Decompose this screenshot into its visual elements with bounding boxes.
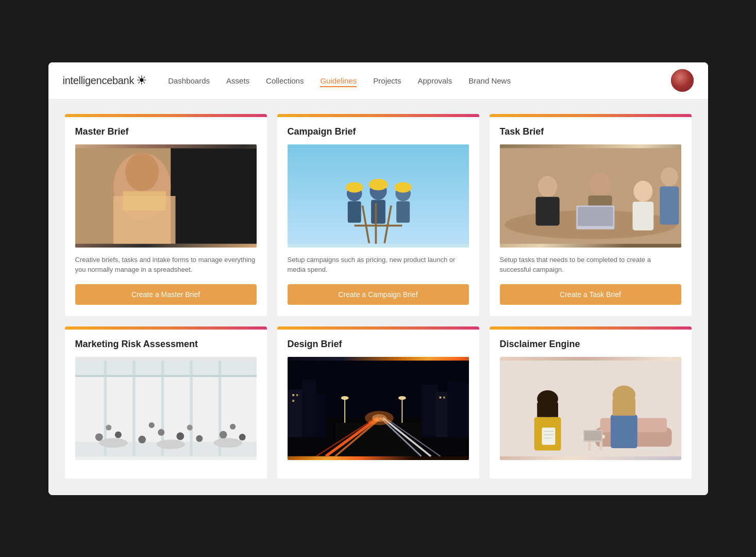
svg-point-51 [219,431,227,438]
svg-rect-67 [447,382,469,437]
nav-links: Dashboards Assets Collections Guidelines… [168,74,670,87]
card-content: Campaign Brief [277,117,479,316]
svg-point-15 [368,178,388,190]
nav-link-collections[interactable]: Collections [266,74,304,87]
svg-point-17 [394,182,411,192]
svg-point-53 [106,424,111,430]
svg-point-52 [239,434,245,440]
card-task-brief: Task Brief [490,114,692,316]
card-content: Master Brief [65,117,267,316]
card-content: Task Brief [490,117,692,316]
card-title-master-brief: Master Brief [75,126,257,137]
nav-link-assets[interactable]: Assets [226,74,249,87]
card-image-campaign-brief [288,144,469,248]
svg-point-47 [138,435,146,443]
card-title-campaign-brief: Campaign Brief [288,126,469,137]
nav-link-guidelines[interactable]: Guidelines [320,74,357,87]
svg-rect-14 [396,201,410,223]
svg-rect-34 [660,186,679,224]
svg-rect-68 [292,394,294,396]
svg-rect-71 [439,396,441,398]
svg-point-56 [230,423,236,429]
svg-rect-102 [612,399,635,415]
create-master-brief-button[interactable]: Create a Master Brief [75,284,257,305]
card-image-disclaimer-engine [500,357,681,460]
card-design-brief: Design Brief [277,326,479,479]
card-content: Marketing Risk Assessment [65,330,267,479]
svg-rect-5 [123,191,165,210]
create-task-brief-button[interactable]: Create a Task Brief [500,284,681,305]
card-description-task-brief: Setup tasks that needs to be completed t… [500,255,681,275]
card-image-task-brief [500,144,681,248]
card-title-disclaimer-engine: Disclaimer Engine [500,339,681,350]
svg-rect-12 [347,201,361,223]
card-description-master-brief: Creative briefs, tasks and intake forms … [75,255,257,275]
svg-point-33 [661,167,678,186]
svg-rect-64 [313,394,325,437]
svg-point-49 [176,432,184,440]
svg-point-27 [590,172,611,195]
card-image-master-brief [75,144,257,248]
svg-point-85 [372,414,386,422]
card-campaign-brief: Campaign Brief [277,114,479,316]
svg-point-3 [125,153,159,191]
nav-link-projects[interactable]: Projects [373,74,401,87]
nav-link-brand-news[interactable]: Brand News [468,74,511,87]
svg-rect-37 [75,361,257,375]
card-image-design-brief [288,357,469,460]
svg-rect-26 [535,196,559,225]
svg-rect-1 [171,148,257,243]
svg-point-55 [187,424,192,430]
svg-point-58 [156,439,185,449]
svg-rect-20 [375,203,377,243]
logo[interactable]: intelligencebank ☀ [63,73,148,88]
card-disclaimer-engine: Disclaimer Engine [490,326,692,479]
create-campaign-brief-button[interactable]: Create a Campaign Brief [288,284,469,305]
svg-rect-100 [610,415,637,448]
cards-grid: Master Brief [65,114,692,479]
svg-point-74 [341,396,348,399]
svg-point-46 [114,431,121,438]
card-image-marketing-risk [75,357,257,460]
card-master-brief: Master Brief [65,114,267,316]
svg-point-45 [95,433,103,441]
svg-rect-70 [292,400,294,402]
svg-point-54 [148,422,154,428]
card-content: Design Brief [277,330,479,479]
svg-point-59 [213,438,242,448]
svg-rect-69 [296,394,298,396]
svg-point-50 [196,435,203,441]
nav-link-approvals[interactable]: Approvals [418,74,452,87]
svg-point-16 [346,182,363,192]
svg-rect-72 [443,396,445,398]
app-frame: intelligencebank ☀ Dashboards Assets Col… [48,62,708,495]
nav-link-dashboards[interactable]: Dashboards [168,74,210,87]
svg-point-25 [538,176,557,197]
svg-point-57 [99,438,128,448]
user-avatar[interactable] [671,69,694,92]
card-content: Disclaimer Engine [490,330,692,479]
svg-point-76 [398,396,406,399]
svg-point-48 [158,429,164,435]
svg-rect-98 [537,402,558,417]
logo-sun-icon: ☀ [136,73,147,88]
navigation: intelligencebank ☀ Dashboards Assets Col… [48,62,708,100]
svg-rect-103 [542,428,555,445]
svg-rect-38 [75,375,257,377]
svg-rect-21 [354,224,402,226]
svg-point-31 [633,181,652,202]
svg-rect-10 [371,200,385,223]
card-title-task-brief: Task Brief [500,126,681,137]
svg-rect-32 [632,202,653,231]
logo-text: intelligencebank [63,75,135,87]
card-description-campaign-brief: Setup campaigns such as pricing, new pro… [288,255,469,275]
svg-rect-30 [577,207,613,226]
card-title-design-brief: Design Brief [288,339,469,350]
svg-rect-65 [421,384,438,437]
card-title-marketing-risk: Marketing Risk Assessment [75,339,257,350]
card-marketing-risk: Marketing Risk Assessment [65,326,267,479]
svg-rect-94 [584,431,601,440]
main-content: Master Brief [48,100,708,495]
